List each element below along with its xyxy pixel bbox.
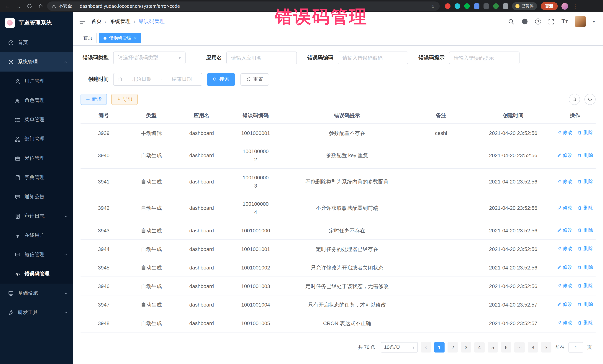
- delete-button[interactable]: 删除: [578, 282, 593, 290]
- page-button-1[interactable]: 1: [434, 342, 445, 353]
- edit-button[interactable]: 修改: [557, 204, 572, 212]
- github-button[interactable]: [521, 18, 528, 25]
- extension-icon-leaf[interactable]: [493, 3, 499, 9]
- sidebar-item-system[interactable]: 系统管理: [0, 52, 73, 72]
- address-bar[interactable]: 不安全 dashboard.yudao.iocoder.cn/system/er…: [47, 1, 440, 11]
- delete-button[interactable]: 删除: [578, 226, 593, 234]
- error-code-input[interactable]: [338, 52, 408, 64]
- edit-button[interactable]: 修改: [557, 226, 572, 234]
- tab-home[interactable]: 首页: [79, 33, 97, 43]
- table-row: 3943 自动生成 dashboard 1001001000 定时任务不存在 2…: [81, 221, 596, 240]
- cell-msg: CRON 表达式不正确: [284, 314, 410, 332]
- prev-page-button[interactable]: ‹: [421, 342, 431, 353]
- edit-button[interactable]: 修改: [557, 319, 572, 327]
- bookmark-star-icon[interactable]: ☆: [431, 3, 435, 9]
- browser-menu-icon[interactable]: ⋮: [573, 3, 578, 9]
- search-button[interactable]: 搜索: [207, 73, 235, 86]
- sidebar-item-user-mgmt[interactable]: 用户管理: [0, 72, 73, 91]
- delete-button[interactable]: 删除: [578, 263, 593, 271]
- page-button-4[interactable]: 4: [474, 342, 485, 353]
- caret-down-icon[interactable]: ▾: [593, 20, 595, 23]
- font-size-button[interactable]: TT: [561, 18, 568, 25]
- cell-id: 3939: [81, 124, 127, 142]
- extension-icon-teal[interactable]: [454, 3, 460, 9]
- fullscreen-button[interactable]: [548, 18, 554, 25]
- browser-update-button[interactable]: 更新: [541, 2, 558, 10]
- sidebar-item-dict-mgmt[interactable]: 字典管理: [0, 168, 73, 187]
- close-icon[interactable]: ×: [134, 36, 137, 40]
- forward-button[interactable]: →: [16, 3, 21, 9]
- extension-icon-green[interactable]: [464, 3, 470, 9]
- delete-button[interactable]: 删除: [578, 177, 593, 186]
- delete-button[interactable]: 删除: [578, 319, 593, 327]
- extension-icon-grid[interactable]: [474, 3, 479, 9]
- edit-button[interactable]: 修改: [557, 282, 572, 290]
- extension-icon-dark[interactable]: [484, 3, 489, 9]
- page-button-3[interactable]: 3: [461, 342, 471, 353]
- export-button[interactable]: 导出: [111, 94, 138, 105]
- sidebar-item-home[interactable]: 首页: [0, 33, 73, 52]
- annotation-overlay: 错误码管理: [275, 5, 368, 29]
- refresh-button[interactable]: [27, 3, 32, 9]
- sidebar-item-online-users[interactable]: 在线用户: [0, 226, 73, 245]
- page-size-select[interactable]: 10条/页 ▾: [381, 342, 418, 353]
- breadcrumb-system[interactable]: 系统管理: [110, 18, 131, 25]
- sidebar-item-role-mgmt[interactable]: 角色管理: [0, 91, 73, 110]
- extensions-puzzle-icon[interactable]: [503, 3, 508, 9]
- sidebar-item-notice[interactable]: 通知公告: [0, 187, 73, 207]
- breadcrumb-home[interactable]: 首页: [91, 18, 102, 25]
- edit-button[interactable]: 修改: [557, 151, 572, 159]
- edit-button[interactable]: 修改: [557, 300, 572, 309]
- page-button-5[interactable]: 5: [487, 342, 498, 353]
- page-button-6[interactable]: 6: [501, 342, 511, 353]
- cell-type: 自动生成: [127, 240, 176, 258]
- error-msg-input[interactable]: [449, 52, 520, 64]
- cell-actions: 修改 删除: [554, 258, 596, 277]
- edit-button[interactable]: 修改: [557, 245, 572, 253]
- col-id: 编号: [81, 108, 127, 124]
- user-avatar[interactable]: [575, 16, 586, 27]
- app-name-input[interactable]: [226, 52, 297, 64]
- page-button-8[interactable]: 8: [528, 342, 538, 353]
- more-pages-button[interactable]: ···: [514, 342, 525, 353]
- edit-button[interactable]: 修改: [557, 263, 572, 271]
- paused-extension-badge[interactable]: 已暂停: [512, 2, 537, 10]
- pencil-icon: [557, 321, 561, 325]
- delete-label: 删除: [583, 151, 593, 159]
- delete-button[interactable]: 删除: [578, 204, 593, 212]
- next-page-button[interactable]: ›: [541, 342, 551, 353]
- delete-button[interactable]: 删除: [578, 300, 593, 309]
- sidebar-toggle-button[interactable]: [79, 18, 85, 25]
- sidebar-item-sms-mgmt[interactable]: 短信管理: [0, 245, 73, 264]
- back-button[interactable]: ←: [4, 3, 10, 9]
- sidebar-item-dept-mgmt[interactable]: 部门管理: [0, 129, 73, 149]
- tab-error-code[interactable]: 错误码管理 ×: [99, 33, 141, 43]
- goto-page-input[interactable]: [568, 342, 583, 353]
- sidebar-item-dev-tools[interactable]: 研发工具: [0, 303, 73, 322]
- refresh-table-button[interactable]: [584, 94, 596, 105]
- sidebar-item-post-mgmt[interactable]: 岗位管理: [0, 149, 73, 168]
- sidebar-item-infrastructure[interactable]: 基础设施: [0, 284, 73, 303]
- edit-button[interactable]: 修改: [557, 129, 572, 137]
- page-button-2[interactable]: 2: [448, 342, 458, 353]
- reset-button[interactable]: 重置: [241, 73, 269, 86]
- home-button[interactable]: [38, 3, 43, 9]
- add-button[interactable]: 新增: [81, 94, 107, 105]
- browser-profile-avatar[interactable]: [561, 3, 568, 10]
- toggle-search-button[interactable]: [569, 94, 580, 105]
- help-button[interactable]: ?: [535, 19, 541, 24]
- edit-button[interactable]: 修改: [557, 177, 572, 186]
- sidebar-item-audit-log[interactable]: 审计日志: [0, 207, 73, 226]
- cell-memo: ceshi: [410, 124, 472, 142]
- filter-row-2: 创建时间 开始日期 - 结束日期 搜索 重置: [81, 73, 596, 86]
- extension-icon-red[interactable]: [445, 3, 451, 9]
- sidebar-item-menu-mgmt[interactable]: 菜单管理: [0, 110, 73, 129]
- delete-button[interactable]: 删除: [578, 129, 593, 137]
- sidebar-item-error-code[interactable]: 错误码管理: [0, 264, 73, 284]
- error-type-select[interactable]: 请选择错误码类型 ▾: [113, 52, 186, 64]
- delete-button[interactable]: 删除: [578, 245, 593, 253]
- date-range-picker[interactable]: 开始日期 - 结束日期: [113, 73, 202, 86]
- app-logo-row[interactable]: 芋道管理系统: [0, 12, 73, 33]
- delete-button[interactable]: 删除: [578, 151, 593, 159]
- header-search-button[interactable]: [508, 18, 514, 25]
